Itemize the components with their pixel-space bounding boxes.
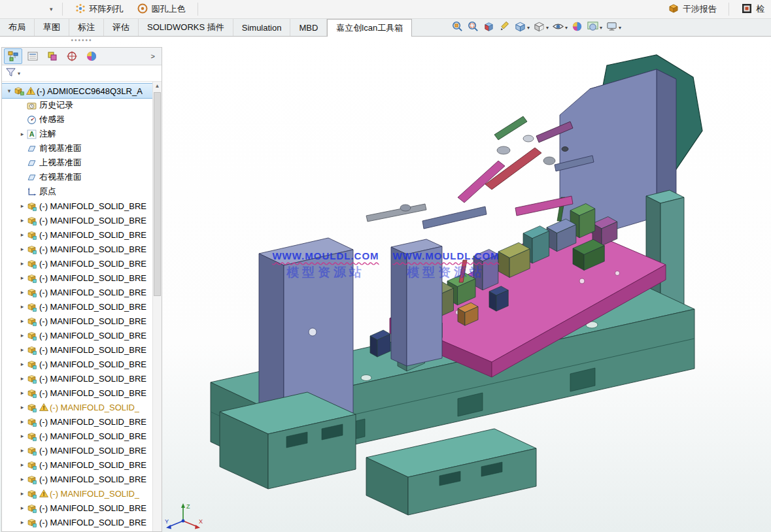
zoom-area-button[interactable]: [466, 20, 481, 36]
expand-arrow[interactable]: ▸: [18, 418, 27, 425]
tree-item-solid-body[interactable]: ▸(-) MANIFOLD_SOLID_BRE: [2, 443, 152, 457]
tree-item-solid-body[interactable]: ▸(-) MANIFOLD_SOLID_BRE: [2, 515, 152, 529]
dropdown-caret[interactable]: ▾: [619, 25, 621, 31]
expand-arrow[interactable]: ▸: [18, 231, 27, 238]
tab-displaymanager[interactable]: [82, 48, 101, 64]
expand-arrow[interactable]: ▸: [18, 390, 27, 396]
hide-show-items-button[interactable]: ▾: [551, 20, 569, 36]
circular-pattern-holes-button[interactable]: 环阵列孔: [68, 1, 130, 18]
manifold-icon: [27, 229, 39, 240]
expand-arrow[interactable]: ▸: [18, 318, 27, 324]
tree-item-origin[interactable]: 原点: [2, 184, 152, 199]
tree-item-solid-body[interactable]: ▸(-) MANIFOLD_SOLID_BRE: [2, 314, 152, 328]
dropdown-caret[interactable]: ▾: [600, 25, 602, 31]
interference-report-button[interactable]: 干涉报告: [661, 1, 723, 18]
expand-arrow[interactable]: ▸: [18, 461, 27, 468]
tree-item-solid-body[interactable]: ▸(-) MANIFOLD_SOLID_BRE: [2, 242, 152, 256]
command-tab[interactable]: Simulation: [233, 19, 291, 36]
section-view-button[interactable]: [481, 20, 496, 36]
expand-arrow[interactable]: ▸: [18, 375, 27, 382]
expand-arrow[interactable]: ▸: [18, 303, 27, 310]
view-orientation-button[interactable]: ▾: [513, 20, 531, 36]
expand-arrow[interactable]: ▸: [18, 361, 27, 367]
tree-item-history[interactable]: 历史记录: [2, 98, 152, 112]
command-tab[interactable]: 标注: [69, 19, 104, 36]
expand-arrow[interactable]: ▸: [18, 217, 27, 224]
tree-item-solid-body[interactable]: ▸(-) MANIFOLD_SOLID_BRE: [2, 199, 152, 213]
apply-scene-button[interactable]: ▾: [585, 20, 604, 36]
tree-item-solid-body[interactable]: ▸(-) MANIFOLD_SOLID_BRE: [2, 457, 152, 472]
tab-configurationmanager[interactable]: [43, 48, 61, 64]
command-tab[interactable]: 评估: [104, 19, 139, 36]
toolbar-overflow-caret[interactable]: ▾: [46, 5, 57, 14]
scroll-thumb[interactable]: [154, 92, 161, 296]
expand-arrow[interactable]: ▸: [18, 289, 27, 295]
edit-appearance-button[interactable]: [570, 20, 585, 36]
expand-arrow[interactable]: ▸: [18, 332, 27, 339]
command-tab[interactable]: 布局: [0, 19, 35, 36]
tree-item-solid-body[interactable]: ▸!(-) MANIFOLD_SOLID_: [2, 400, 152, 414]
command-tab[interactable]: MBD: [290, 19, 327, 36]
tree-item-solid-body[interactable]: ▸(-) MANIFOLD_SOLID_BRE: [2, 285, 152, 299]
tree-item-solid-body[interactable]: ▸(-) MANIFOLD_SOLID_BRE: [2, 227, 152, 242]
zoom-fit-button[interactable]: [450, 20, 465, 36]
tree-item-solid-body[interactable]: ▸!(-) MANIFOLD_SOLID_: [2, 486, 152, 501]
dynamic-annotation-button[interactable]: [497, 20, 512, 36]
tab-dimxpertmanager[interactable]: [63, 48, 81, 64]
dropdown-caret[interactable]: ▾: [565, 25, 568, 31]
tree-item-solid-body[interactable]: ▸(-) MANIFOLD_SOLID_BRE: [2, 386, 152, 400]
expand-arrow[interactable]: ▸: [18, 490, 27, 497]
tree-item-solid-body[interactable]: ▸(-) MANIFOLD_SOLID_BRE: [2, 414, 152, 429]
tree-item-plane[interactable]: 上视基准面: [2, 156, 152, 170]
tree-item-solid-body[interactable]: ▸(-) MANIFOLD_SOLID_BRE: [2, 271, 152, 285]
tree-item-solid-body[interactable]: ▸(-) MANIFOLD_SOLID_BRE: [2, 328, 152, 342]
tree-root-assembly[interactable]: ▾!(-) ADMI0ECC9648Q3LR_A: [2, 84, 152, 98]
tree-item-plane[interactable]: 右视基准面: [2, 170, 152, 184]
hole-coloring-button[interactable]: 圆孔上色: [130, 1, 192, 18]
tab-propertymanager[interactable]: [24, 48, 42, 64]
tree-item-plane[interactable]: 前视基准面: [2, 141, 152, 156]
tree-item-solid-body[interactable]: ▸(-) MANIFOLD_SOLID_BRE: [2, 342, 152, 357]
view-settings-button[interactable]: ▾: [604, 20, 623, 36]
tree-item-solid-body[interactable]: ▸(-) MANIFOLD_SOLID_BRE: [2, 472, 152, 486]
command-tab[interactable]: SOLIDWORKS 插件: [139, 19, 233, 36]
expand-arrow[interactable]: ▸: [18, 274, 27, 281]
expand-arrow[interactable]: ▸: [18, 246, 27, 252]
display-style-button[interactable]: ▾: [532, 20, 550, 36]
command-tab[interactable]: 嘉立创lcan工具箱: [327, 19, 412, 37]
expand-arrow[interactable]: ▸: [18, 519, 27, 525]
expand-arrow[interactable]: ▸: [18, 505, 27, 511]
toolbar-separator: [197, 3, 198, 16]
tree-item-label: (-) ADMI0ECC9648Q3LR_A: [37, 86, 143, 96]
tree-item-solid-body[interactable]: ▸(-) MANIFOLD_SOLID_BRE: [2, 299, 152, 314]
tree-item-solid-body[interactable]: ▸(-) MANIFOLD_SOLID_BRE: [2, 501, 152, 515]
expand-arrow[interactable]: ▾: [5, 88, 14, 94]
scroll-up-arrow[interactable]: ▲: [153, 82, 162, 91]
tree-item-solid-body[interactable]: ▸(-) MANIFOLD_SOLID_BRE: [2, 371, 152, 386]
expand-arrow[interactable]: ▸: [18, 447, 27, 454]
expand-arrow[interactable]: ▸: [18, 203, 27, 209]
tree-item-sensors[interactable]: 传感器: [2, 112, 152, 127]
expand-arrow[interactable]: ▸: [18, 404, 27, 410]
filter-caret[interactable]: ▾: [18, 71, 20, 76]
panel-expand-chevron[interactable]: >: [146, 52, 160, 60]
clipped-toolbar-button[interactable]: 检: [734, 1, 771, 18]
panel-grip[interactable]: ••••••: [63, 38, 101, 44]
tree-item-label: (-) MANIFOLD_SOLID_BRE: [39, 316, 146, 326]
dropdown-caret[interactable]: ▾: [527, 25, 530, 31]
expand-arrow[interactable]: ▸: [18, 260, 27, 267]
dropdown-caret[interactable]: ▾: [546, 25, 549, 31]
tree-item-annotations[interactable]: ▸A注解: [2, 127, 152, 141]
expand-arrow[interactable]: ▸: [18, 433, 27, 439]
tree-item-solid-body[interactable]: ▸(-) MANIFOLD_SOLID_BRE: [2, 357, 152, 371]
tree-item-solid-body[interactable]: ▸(-) MANIFOLD_SOLID_BRE: [2, 213, 152, 227]
command-tab[interactable]: 草图: [35, 19, 69, 36]
filter-funnel-icon[interactable]: [5, 67, 16, 80]
tree-scrollbar[interactable]: ▲: [152, 82, 162, 531]
expand-arrow[interactable]: ▸: [18, 476, 27, 482]
tab-featuremanager[interactable]: [4, 48, 22, 64]
tree-item-solid-body[interactable]: ▸(-) MANIFOLD_SOLID_BRE: [2, 256, 152, 271]
tree-item-solid-body[interactable]: ▸(-) MANIFOLD_SOLID_BRE: [2, 429, 152, 443]
expand-arrow[interactable]: ▸: [18, 131, 27, 137]
expand-arrow[interactable]: ▸: [18, 346, 27, 353]
